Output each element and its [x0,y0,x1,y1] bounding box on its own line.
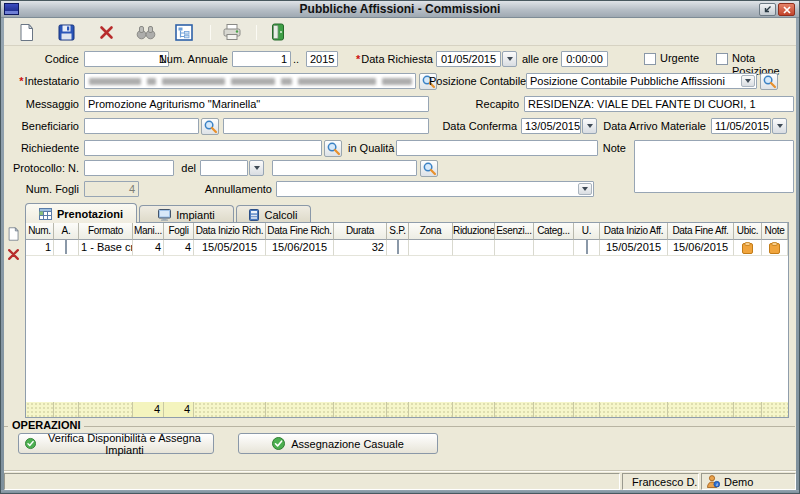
beneficiario-name-field[interactable] [223,118,429,134]
search-button[interactable] [134,21,158,43]
col-header[interactable]: Fogli [164,223,194,240]
tab-calcoli[interactable]: Calcoli [236,205,311,223]
col-header[interactable]: Formato [79,223,133,240]
col-header[interactable]: Esenzi... [495,223,534,240]
num-fogli-field: 4 [84,181,139,197]
row-note-icon[interactable] [769,242,780,254]
new-document-button[interactable] [14,21,38,43]
posizione-contabile-search-button[interactable] [760,73,778,90]
col-header[interactable]: Note [762,223,788,240]
protocollo-search-button[interactable] [420,160,438,177]
in-qualita-di-field[interactable] [396,140,598,156]
protocollo-del-dropdown-button[interactable] [249,160,264,176]
form-explorer-icon [175,24,193,41]
data-arrivo-materiale-field[interactable]: 11/05/2015 [711,118,771,134]
col-header[interactable]: Data Fine Rich. [266,223,334,240]
num-fogli-label: Num. Fogli [12,181,79,198]
recapito-field[interactable]: RESIDENZA: VIALE DEL FANTE DI CUORI, 1 [524,96,794,112]
restore-window-button[interactable] [759,3,776,16]
data-conferma-field[interactable]: 13/05/2015 [521,118,581,134]
window-frame-right [796,18,799,493]
col-header[interactable]: S.P. [387,223,409,240]
data-richiesta-field[interactable]: 01/05/2015 [436,51,501,67]
sp-checkbox[interactable] [397,240,399,254]
restore-arrow-icon [763,5,772,14]
ubicazione-note-icon[interactable] [742,242,753,254]
annullamento-combo[interactable] [276,181,594,197]
cell-note [762,240,788,256]
note-textarea[interactable] [634,140,794,193]
close-window-button[interactable] [778,3,795,16]
data-arrivo-materiale-dropdown-button[interactable] [772,118,787,134]
beneficiario-code-field[interactable] [84,118,199,134]
anno-field[interactable]: 2015 [306,51,338,67]
redacted-text [89,78,412,85]
window-frame-left [1,18,4,493]
button-label: Assegnazione Casuale [291,438,404,450]
statusbar-divider [4,470,796,472]
data-richiesta-dropdown-button[interactable] [502,51,517,67]
protocollo-label: Protocollo: N. [12,160,79,177]
col-header[interactable]: A. [54,223,79,240]
window-frame-bottom [1,490,799,493]
data-richiesta-label: *Data Richiesta [356,51,432,68]
app-window: Pubbliche Affissioni - Commissioni [0,0,800,494]
add-row-button[interactable] [4,225,22,243]
posizione-contabile-combo[interactable]: Posizione Contabile Pubbliche Affissioni [526,73,757,89]
col-header[interactable]: Num. [26,223,54,240]
col-header[interactable]: Categ... [534,223,574,240]
cell-data-fine-rich: 15/06/2015 [266,240,334,256]
close-icon [783,6,791,14]
cell-data-inizio-rich: 15/05/2015 [194,240,266,256]
alle-ore-label: alle ore [522,51,556,68]
delete-button[interactable] [94,21,118,43]
col-header[interactable]: Riduzione [453,223,495,240]
exit-button[interactable] [266,21,290,43]
richiedente-field[interactable] [84,140,322,156]
u-checkbox[interactable] [586,240,588,254]
delete-row-button[interactable] [4,245,22,263]
tab-prenotazioni[interactable]: Prenotazioni [25,203,137,223]
urgente-checkbox[interactable] [644,53,656,65]
col-header[interactable]: Ubic. [734,223,762,240]
col-header[interactable]: Data Fine Aff. [668,223,734,240]
grid-row[interactable]: 1 1 - Base cm. 4 4 15/05/2015 15/06/2015… [26,240,788,256]
total-mani: 4 [133,402,164,417]
intestatario-field[interactable] [84,73,416,89]
chevron-down-icon [745,79,751,83]
col-header[interactable]: Durata [334,223,387,240]
col-header[interactable]: Data Inizio Aff. [600,223,668,240]
col-header[interactable]: U. [574,223,600,240]
statusbar-message-panel [4,473,620,490]
col-header[interactable]: Mani... [133,223,164,240]
messaggio-field[interactable]: Promozione Agriturismo "Marinella" [84,96,429,112]
annullamento-dropdown-button[interactable] [578,183,592,195]
protocollo-del-field[interactable] [200,160,248,176]
posizione-contabile-dropdown-button[interactable] [741,75,755,87]
nota-posizione-checkbox[interactable] [716,53,728,65]
random-assignment-button[interactable]: Assegnazione Casuale [238,433,438,454]
cell-u [574,240,600,256]
col-header[interactable]: Data Inizio Rich. [194,223,266,240]
data-conferma-dropdown-button[interactable] [582,118,597,134]
delete-icon [99,25,114,40]
save-button[interactable] [54,21,78,43]
a-checkbox[interactable] [65,240,67,254]
beneficiario-search-button[interactable] [201,118,219,135]
tab-label: Calcoli [264,209,297,221]
tab-impianti[interactable]: Impianti [139,205,234,223]
printer-icon [222,23,242,41]
col-header[interactable]: Zona [409,223,453,240]
chevron-down-icon [777,124,783,128]
richiedente-search-button[interactable] [324,140,342,157]
alle-ore-field[interactable]: 0:00:00 [561,51,608,67]
operations-group-label: OPERAZIONI [8,419,84,431]
binoculars-icon [136,25,156,40]
required-asterisk: * [356,53,360,65]
verify-availability-button[interactable]: Verifica Disponibilità e Assegna Impiant… [18,433,214,454]
num-annuale-field[interactable]: 1 [232,51,291,67]
print-button[interactable] [220,21,244,43]
protocollo-desc-field[interactable] [272,160,417,176]
protocollo-num-field[interactable] [84,160,174,176]
detail-view-button[interactable] [172,21,196,43]
